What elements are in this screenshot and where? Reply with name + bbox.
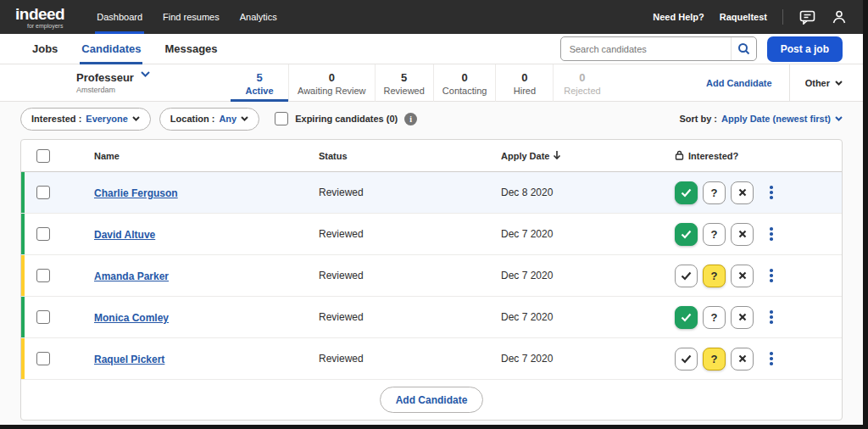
- expiring-candidates-label: Expiring candidates (0): [295, 114, 398, 124]
- nav-find-resumes[interactable]: Find resumes: [153, 0, 230, 34]
- stage-label: Reviewed: [384, 86, 425, 96]
- row-checkbox[interactable]: [36, 352, 50, 365]
- nav-analytics[interactable]: Analytics: [230, 0, 287, 34]
- account-name-link[interactable]: Raqueltest: [720, 12, 767, 22]
- pipeline-stage-reviewed[interactable]: 5 Reviewed: [375, 64, 433, 102]
- other-dropdown[interactable]: Other: [789, 64, 843, 101]
- candidate-name-link[interactable]: Amanda Parker: [94, 270, 169, 282]
- search-candidates-box: [560, 36, 757, 61]
- pipeline-stage-awaiting-review[interactable]: 0 Awaiting Review: [288, 64, 375, 102]
- column-header-status[interactable]: Status: [319, 151, 501, 161]
- tab-jobs[interactable]: Jobs: [20, 34, 70, 64]
- job-selector[interactable]: Professeur Amsterdam: [76, 71, 150, 94]
- interested-maybe-button[interactable]: ?: [703, 306, 726, 329]
- row-status-edge: [21, 338, 25, 379]
- interested-yes-button[interactable]: [675, 223, 698, 246]
- row-menu-button[interactable]: [767, 266, 776, 285]
- candidate-apply-date: Dec 8 2020: [501, 187, 675, 198]
- location-filter[interactable]: Location : Any: [159, 108, 259, 131]
- interested-maybe-button[interactable]: ?: [703, 181, 726, 204]
- row-menu-button[interactable]: [767, 308, 776, 326]
- job-location: Amsterdam: [76, 86, 134, 94]
- stage-count: 0: [579, 71, 585, 84]
- pipeline-stage-rejected[interactable]: 0 Rejected: [553, 64, 610, 102]
- interested-no-button[interactable]: [731, 348, 754, 370]
- other-dropdown-label: Other: [805, 78, 830, 88]
- select-all-checkbox[interactable]: [36, 149, 50, 163]
- table-footer: Add Candidate: [21, 380, 842, 420]
- job-title: Professeur: [76, 71, 134, 85]
- search-icon[interactable]: [731, 37, 756, 60]
- interested-yes-button[interactable]: [675, 348, 698, 370]
- table-row: Monica Comley Reviewed Dec 7 2020 ?: [21, 297, 842, 338]
- candidate-name-link[interactable]: Monica Comley: [94, 312, 169, 324]
- expiring-candidates-checkbox[interactable]: [275, 112, 288, 125]
- interested-yes-button[interactable]: [675, 306, 698, 329]
- pipeline-stage-active[interactable]: 5 Active: [231, 64, 288, 102]
- tab-messages[interactable]: Messages: [153, 34, 229, 64]
- interested-yes-button[interactable]: [675, 265, 698, 287]
- interested-filter-prefix: Interested :: [31, 114, 81, 124]
- add-candidate-button[interactable]: Add Candidate: [380, 387, 484, 413]
- add-candidate-link[interactable]: Add Candidate: [706, 78, 772, 88]
- interested-no-button[interactable]: [731, 265, 754, 287]
- table-row: Raquel Pickert Reviewed Dec 7 2020 ?: [21, 338, 842, 380]
- interested-no-button[interactable]: [731, 223, 754, 246]
- interested-maybe-button[interactable]: ?: [703, 348, 726, 370]
- row-menu-button[interactable]: [767, 225, 776, 243]
- indeed-logo[interactable]: indeed for employers: [15, 6, 64, 29]
- sort-by-dropdown[interactable]: Sort by : Apply Date (newest first): [679, 114, 843, 124]
- candidate-name-link[interactable]: Raquel Pickert: [94, 354, 164, 365]
- topbar-right: Need Help? Raqueltest: [653, 8, 848, 25]
- interested-group: ?: [675, 223, 754, 246]
- column-header-name[interactable]: Name: [94, 151, 319, 161]
- candidate-status: Reviewed: [319, 353, 501, 365]
- post-a-job-button[interactable]: Post a job: [767, 36, 843, 62]
- subnav-right: Post a job: [560, 36, 843, 62]
- stage-count: 0: [329, 71, 335, 84]
- account-icon[interactable]: [831, 8, 848, 25]
- messages-icon[interactable]: [798, 8, 815, 25]
- location-filter-prefix: Location :: [170, 114, 215, 124]
- lock-icon: [675, 150, 684, 162]
- interested-filter[interactable]: Interested : Everyone: [20, 108, 151, 131]
- apply-date-label: Apply Date: [501, 151, 549, 161]
- chevron-down-icon: [241, 116, 248, 121]
- row-checkbox[interactable]: [36, 227, 50, 241]
- candidates-table: Name Status Apply Date Interested? Charl…: [20, 139, 843, 421]
- row-menu-button[interactable]: [767, 349, 776, 368]
- row-menu-button[interactable]: [767, 183, 776, 202]
- column-header-interested: Interested?: [675, 150, 842, 162]
- interested-maybe-button[interactable]: ?: [703, 223, 726, 246]
- interested-label: Interested?: [688, 151, 738, 161]
- expiring-candidates-filter: Expiring candidates (0) i: [275, 112, 417, 125]
- interested-group: ?: [675, 181, 754, 204]
- interested-no-button[interactable]: [731, 181, 754, 204]
- row-status-edge: [21, 297, 25, 337]
- tab-candidates[interactable]: Candidates: [70, 34, 153, 64]
- search-input[interactable]: [561, 44, 731, 54]
- interested-maybe-button[interactable]: ?: [703, 265, 726, 287]
- candidate-name-link[interactable]: Charlie Ferguson: [94, 187, 178, 199]
- pipeline-stage-hired[interactable]: 0 Hired: [495, 64, 553, 102]
- chevron-down-icon: [835, 116, 843, 121]
- interested-group: ?: [675, 306, 754, 329]
- row-checkbox[interactable]: [36, 186, 50, 199]
- nav-dashboard[interactable]: Dashboard: [86, 0, 153, 34]
- candidate-name-link[interactable]: David Altuve: [94, 229, 155, 241]
- filter-row: Interested : Everyone Location : Any Exp…: [0, 102, 863, 136]
- interested-group: ?: [675, 265, 754, 287]
- row-checkbox[interactable]: [36, 269, 50, 282]
- candidate-status: Reviewed: [319, 228, 501, 240]
- chevron-down-icon: [835, 81, 843, 86]
- row-checkbox[interactable]: [36, 310, 50, 324]
- interested-yes-button[interactable]: [675, 181, 698, 204]
- need-help-link[interactable]: Need Help?: [653, 12, 704, 22]
- interested-filter-value: Everyone: [86, 114, 128, 124]
- info-icon[interactable]: i: [404, 113, 417, 125]
- pipeline-stage-contacting[interactable]: 0 Contacting: [433, 64, 496, 102]
- job-pipeline-row: Professeur Amsterdam 5 Active 0 Awaiting…: [0, 64, 863, 102]
- stage-count: 0: [521, 71, 527, 84]
- interested-no-button[interactable]: [731, 306, 754, 329]
- column-header-apply-date[interactable]: Apply Date: [501, 150, 675, 162]
